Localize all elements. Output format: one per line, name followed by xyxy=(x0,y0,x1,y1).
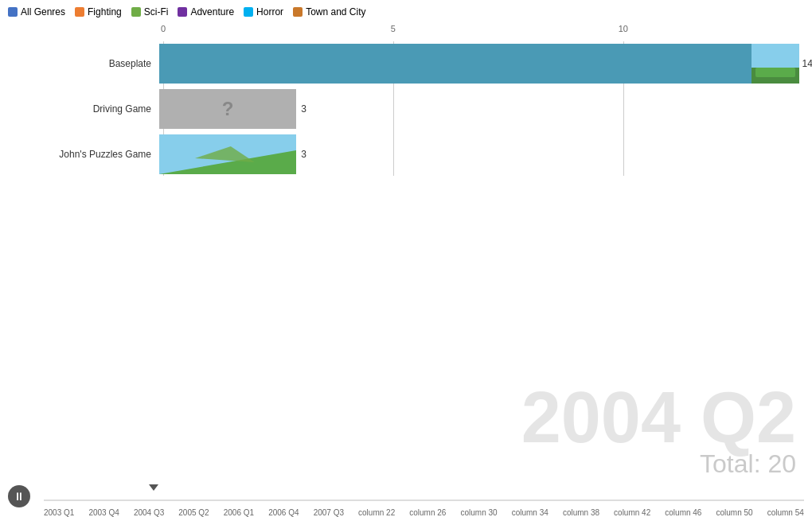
bar-row-puzzles: John's Puzzles Game 3 xyxy=(0,132,812,176)
legend-item-adventure: Adventure xyxy=(178,6,234,17)
timeline-label-1: 2003 Q4 xyxy=(88,508,119,517)
timeline-label-4: 2006 Q1 xyxy=(224,508,254,517)
bar-fill-baseplate xyxy=(159,44,798,84)
bar-fill-puzzles xyxy=(159,134,296,174)
x-tick-5: 5 xyxy=(391,24,396,33)
timeline-label-10: column 34 xyxy=(512,508,548,517)
legend-label-town-and-city: Town and City xyxy=(306,6,365,17)
bar-label-baseplate: Baseplate xyxy=(0,58,159,69)
timeline: ⏸ 2003 Q1 2003 Q4 2004 Q3 2005 Q2 2006 Q… xyxy=(0,477,812,517)
legend-label-sci-fi: Sci-Fi xyxy=(144,6,169,17)
legend: All Genres Fighting Sci-Fi Adventure Hor… xyxy=(0,0,812,24)
thumb-puzzles-img xyxy=(159,134,296,174)
legend-item-all-genres: All Genres xyxy=(8,6,65,17)
timeline-label-15: column 54 xyxy=(767,508,804,517)
timeline-label-2: 2004 Q3 xyxy=(134,508,164,517)
timeline-label-6: 2007 Q3 xyxy=(314,508,344,517)
timeline-label-11: column 38 xyxy=(563,508,599,517)
timeline-label-8: column 26 xyxy=(409,508,446,517)
legend-item-horror: Horror xyxy=(244,6,283,17)
timeline-label-0: 2003 Q1 xyxy=(44,508,74,517)
bar-area-driving: ? 3 xyxy=(159,89,812,129)
bar-value-baseplate: 14 xyxy=(802,58,812,69)
bar-area-baseplate: 14 xyxy=(159,44,812,84)
legend-dot-sci-fi xyxy=(131,7,141,17)
watermark-total: Total: 20 xyxy=(700,449,796,479)
bar-label-driving: Driving Game xyxy=(0,103,159,115)
legend-label-all-genres: All Genres xyxy=(21,6,65,17)
legend-item-fighting: Fighting xyxy=(75,6,122,17)
legend-dot-horror xyxy=(244,7,253,17)
bar-label-puzzles: John's Puzzles Game xyxy=(0,149,159,160)
x-tick-10: 10 xyxy=(619,24,628,33)
bar-row-baseplate: Baseplate 14 xyxy=(0,41,812,85)
play-pause-button[interactable]: ⏸ xyxy=(8,485,30,507)
watermark-year-quarter: 2004 Q2 xyxy=(521,382,796,453)
bar-thumb-baseplate xyxy=(751,44,799,84)
legend-item-town-and-city: Town and City xyxy=(293,6,365,17)
bar-value-puzzles: 3 xyxy=(301,149,306,160)
bar-area-puzzles: 3 xyxy=(159,134,812,174)
legend-item-sci-fi: Sci-Fi xyxy=(131,6,169,17)
timeline-scrubber[interactable] xyxy=(149,484,158,491)
x-tick-0: 0 xyxy=(161,24,166,33)
legend-dot-all-genres xyxy=(8,7,18,17)
pause-icon: ⏸ xyxy=(14,490,25,503)
bars-container: Baseplate 14 Driving Game ? 3 xyxy=(0,41,812,176)
timeline-track[interactable] xyxy=(44,500,804,501)
thumb-driving-img: ? xyxy=(159,89,296,129)
legend-label-adventure: Adventure xyxy=(190,6,234,17)
legend-dot-town-and-city xyxy=(293,7,303,17)
chart-root: All Genres Fighting Sci-Fi Adventure Hor… xyxy=(0,0,812,517)
legend-dot-adventure xyxy=(178,7,187,17)
bar-value-driving: 3 xyxy=(301,103,306,115)
timeline-label-7: column 22 xyxy=(358,508,395,517)
legend-label-fighting: Fighting xyxy=(88,6,122,17)
timeline-label-14: column 50 xyxy=(716,508,752,517)
thumb-baseplate-img xyxy=(751,44,799,84)
timeline-label-12: column 42 xyxy=(614,508,650,517)
x-axis-ticks: 0 5 10 xyxy=(163,24,788,38)
timeline-label-9: column 30 xyxy=(460,508,497,517)
timeline-label-13: column 46 xyxy=(665,508,701,517)
bar-fill-driving: ? xyxy=(159,89,296,129)
bar-row-driving: Driving Game ? 3 xyxy=(0,87,812,130)
legend-label-horror: Horror xyxy=(256,6,283,17)
timeline-label-5: 2006 Q4 xyxy=(268,508,299,517)
timeline-label-3: 2005 Q2 xyxy=(178,508,209,517)
legend-dot-fighting xyxy=(75,7,84,17)
timeline-labels: 2003 Q1 2003 Q4 2004 Q3 2005 Q2 2006 Q1 … xyxy=(44,508,804,517)
